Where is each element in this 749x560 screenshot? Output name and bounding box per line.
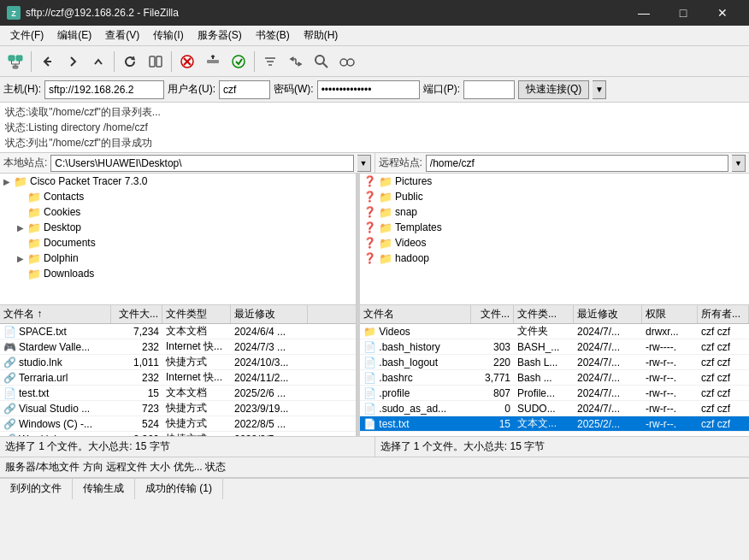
remote-path-input[interactable]: /home/czf	[426, 155, 728, 172]
col-header-size[interactable]: 文件...	[471, 305, 514, 323]
queue-tab-label: 到列的文件	[10, 481, 62, 496]
toolbar-btn-back[interactable]	[35, 50, 59, 74]
file-name: 🔗Terraria.url	[0, 372, 111, 384]
file-size: 303	[471, 341, 514, 353]
toolbar-btn-binoculars[interactable]	[335, 50, 359, 74]
remote-file-row[interactable]: 📁 Videos 文件夹 2024/7/... drwxr... czf czf	[360, 324, 749, 339]
tree-item-pictures[interactable]: ❓ 📁 Pictures	[360, 174, 749, 189]
col-header-date[interactable]: 最近修改	[231, 305, 308, 323]
toolbar-btn-up[interactable]	[86, 50, 110, 74]
remote-file-row[interactable]: 📄 .bash_logout 220 Bash L... 2024/7/... …	[360, 355, 749, 370]
tree-item-videos[interactable]: ❓ 📁 Videos	[360, 235, 749, 251]
tree-item-snap[interactable]: ❓ 📁 snap	[360, 204, 749, 220]
col-header-type[interactable]: 文件类...	[514, 305, 574, 323]
close-button[interactable]: ✕	[703, 0, 742, 26]
minimize-button[interactable]: —	[624, 0, 663, 26]
menu-help[interactable]: 帮助(H)	[297, 27, 345, 45]
toolbar-btn-search[interactable]	[310, 50, 333, 74]
svg-rect-2	[9, 56, 15, 61]
svg-point-26	[340, 59, 347, 66]
toolbar-btn-cancel[interactable]	[175, 50, 199, 74]
file-type: Bash ...	[514, 372, 574, 384]
tree-item[interactable]: 📁 Cookies	[0, 204, 356, 220]
toolbar-btn-connect[interactable]	[227, 50, 251, 74]
local-file-row[interactable]: 🔗Visual Studio ... 723 快捷方式 2023/9/19...	[0, 401, 356, 416]
toolbar-btn-sync[interactable]	[284, 50, 308, 74]
queue-tab-queued[interactable]: 到列的文件	[0, 479, 73, 499]
toolbar-btn-disconnect[interactable]	[201, 50, 225, 74]
menu-transfer[interactable]: 传输(I)	[146, 27, 190, 45]
menu-server[interactable]: 服务器(S)	[191, 27, 249, 45]
menu-bar: 文件(F) 编辑(E) 查看(V) 传输(I) 服务器(S) 书签(B) 帮助(…	[0, 26, 749, 46]
local-file-row[interactable]: 🔗studio.lnk 1,011 快捷方式 2024/10/3...	[0, 355, 356, 370]
file-size: 7,234	[111, 326, 162, 338]
tree-item[interactable]: 📁 Downloads	[0, 266, 356, 281]
col-header-type[interactable]: 文件类型	[162, 305, 231, 323]
connect-dropdown[interactable]: ▼	[593, 80, 606, 99]
local-path-bar: 本地站点: C:\Users\HUAWEI\Desktop\ ▼	[0, 153, 375, 173]
toolbar-btn-toggle-comparison[interactable]	[144, 50, 168, 74]
tree-item-public[interactable]: ❓ 📁 Public	[360, 189, 749, 204]
maximize-button[interactable]: □	[663, 0, 703, 26]
menu-view[interactable]: 查看(V)	[98, 27, 146, 45]
toolbar-btn-forward[interactable]	[61, 50, 85, 74]
local-file-row[interactable]: 🎮Stardew Valle... 232 Internet 快... 2024…	[0, 339, 356, 355]
folder-icon: 📁	[379, 237, 392, 250]
file-size: 807	[471, 387, 514, 399]
queue-tab-label: 成功的传输 (1)	[145, 481, 212, 496]
port-input[interactable]	[463, 80, 515, 99]
remote-file-row-selected[interactable]: 📄 test.txt 15 文本文... 2025/2/... -rw-r--.…	[360, 416, 749, 432]
menu-bookmarks[interactable]: 书签(B)	[249, 27, 297, 45]
local-file-row[interactable]: 📄SPACE.txt 7,234 文本文档 2024/6/4 ...	[0, 324, 356, 339]
menu-edit[interactable]: 编辑(E)	[50, 27, 98, 45]
file-type: 快捷方式	[162, 401, 231, 416]
file-type: 文件夹	[514, 324, 574, 339]
local-file-row[interactable]: 🔗Terraria.url 232 Internet 快... 2024/11/…	[0, 370, 356, 386]
queue-tab-failed[interactable]: 传输生成	[73, 479, 135, 499]
queue-bar: 到列的文件 传输生成 成功的传输 (1)	[0, 478, 749, 498]
tree-item-templates[interactable]: ❓ 📁 Templates	[360, 220, 749, 235]
file-owner: czf czf	[698, 357, 749, 368]
tree-item-hadoop[interactable]: ❓ 📁 hadoop	[360, 251, 749, 266]
user-input[interactable]: czf	[219, 80, 270, 99]
toolbar-btn-refresh[interactable]	[118, 50, 142, 74]
remote-tree: ❓ 📁 Pictures ❓ 📁 Public ❓ 📁 snap ❓ 📁 Tem…	[360, 174, 749, 305]
col-header-perm[interactable]: 权限	[642, 305, 698, 323]
remote-path-bar: 远程站点: /home/czf ▼	[375, 153, 750, 173]
remote-status-bar: 选择了 1 个文件。大小总共: 15 字节	[375, 437, 750, 457]
file-type: SUDO...	[514, 403, 574, 415]
pass-input[interactable]	[317, 80, 420, 99]
queue-tab-success[interactable]: 成功的传输 (1)	[135, 479, 223, 499]
toolbar-btn-filter[interactable]	[258, 50, 282, 74]
remote-file-row[interactable]: 📄 .profile 807 Profile... 2024/7/... -rw…	[360, 386, 749, 401]
site-manager-button[interactable]	[3, 50, 27, 74]
tree-item-dolphin[interactable]: ▶ 📁 Dolphin	[0, 251, 356, 266]
file-date: 2024/7/...	[574, 326, 642, 338]
file-date: 2024/7/3 ...	[231, 341, 308, 353]
col-header-name[interactable]: 文件名 ↑	[0, 305, 111, 323]
local-path-input[interactable]: C:\Users\HUAWEI\Desktop\	[50, 155, 353, 172]
remote-path-dropdown[interactable]: ▼	[732, 155, 746, 172]
tree-item[interactable]: 📁 Contacts	[0, 189, 356, 204]
file-name: 📄 test.txt	[360, 418, 471, 430]
col-header-size[interactable]: 文件大...	[111, 305, 162, 323]
tree-item[interactable]: ▶ 📁 Cisco Packet Tracer 7.3.0	[0, 174, 356, 189]
col-header-owner[interactable]: 所有者...	[698, 305, 749, 323]
local-path-dropdown[interactable]: ▼	[357, 155, 371, 172]
file-name: 📁 Videos	[360, 326, 471, 338]
col-header-date[interactable]: 最近修改	[574, 305, 642, 323]
menu-file[interactable]: 文件(F)	[3, 27, 50, 45]
remote-file-row[interactable]: 📄 .bash_history 303 BASH_... 2024/7/... …	[360, 339, 749, 355]
tree-item[interactable]: 📁 Documents	[0, 235, 356, 251]
remote-file-row[interactable]: 📄 .sudo_as_ad... 0 SUDO... 2024/7/... -r…	[360, 401, 749, 416]
local-file-row-word-ink[interactable]: 🔗Word.lnk 2,360 快捷方式 2022/8/5 ...	[0, 432, 356, 436]
title-bar-left: Z sftp://czf@192.168.26.2 - FileZilla	[7, 6, 179, 20]
connect-button[interactable]: 快速连接(Q)	[518, 80, 589, 99]
remote-file-row[interactable]: 📄 .bashrc 3,771 Bash ... 2024/7/... -rw-…	[360, 370, 749, 386]
folder-icon: 📁	[27, 237, 41, 250]
host-input[interactable]: sftp://192.168.26.2	[44, 80, 164, 99]
local-file-row[interactable]: 📄test.txt 15 文本文档 2025/2/6 ...	[0, 386, 356, 401]
local-file-row[interactable]: 🔗Windows (C) -... 524 快捷方式 2022/8/5 ...	[0, 416, 356, 432]
tree-item[interactable]: ▶ 📁 Desktop	[0, 220, 356, 235]
col-header-name[interactable]: 文件名	[360, 305, 471, 323]
